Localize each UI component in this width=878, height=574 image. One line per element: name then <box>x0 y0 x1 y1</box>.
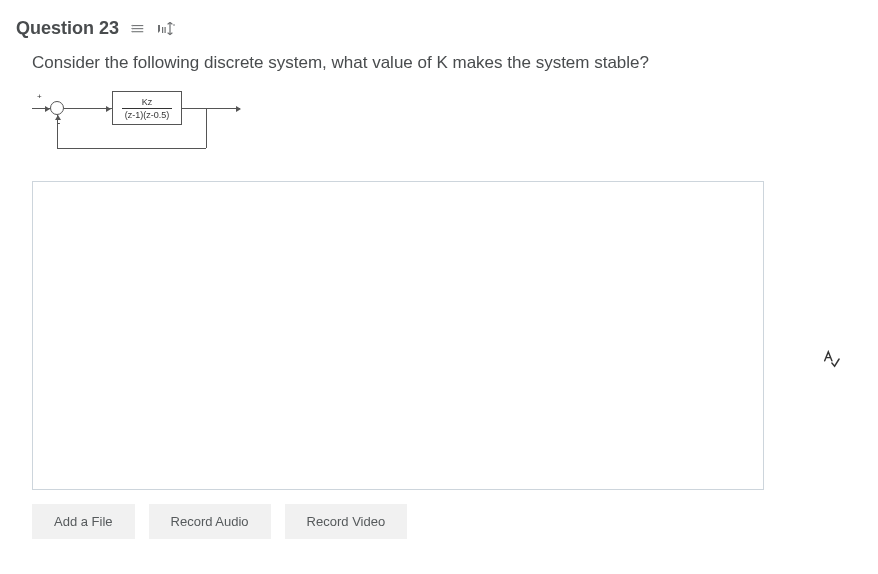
summing-junction <box>50 101 64 115</box>
tf-numerator: Kz <box>142 97 153 108</box>
svg-rect-0 <box>133 28 144 29</box>
attachment-actions: Add a File Record Audio Record Video <box>32 504 846 539</box>
svg-rect-3 <box>162 27 163 33</box>
text-direction-icon[interactable] <box>157 22 185 36</box>
answer-textarea[interactable] <box>32 181 764 490</box>
question-body: Consider the following discrete system, … <box>16 53 862 539</box>
transfer-function-block: Kz (z-1)(z-0.5) <box>112 91 182 125</box>
svg-rect-2 <box>133 31 144 32</box>
svg-rect-1 <box>133 25 144 26</box>
record-video-button[interactable]: Record Video <box>285 504 408 539</box>
tf-denominator: (z-1)(z-0.5) <box>122 108 173 120</box>
question-title: Question 23 <box>16 18 119 39</box>
svg-point-5 <box>173 24 175 26</box>
block-diagram: + - Kz (z-1)(z-0.5) <box>32 91 252 155</box>
spellcheck-icon[interactable] <box>822 350 840 371</box>
add-file-button[interactable]: Add a File <box>32 504 135 539</box>
plus-sign: + <box>37 92 42 101</box>
question-header: Question 23 <box>16 18 862 39</box>
question-prompt: Consider the following discrete system, … <box>32 53 846 73</box>
question-options-icon[interactable] <box>131 22 145 36</box>
svg-rect-4 <box>165 27 166 33</box>
record-audio-button[interactable]: Record Audio <box>149 504 271 539</box>
